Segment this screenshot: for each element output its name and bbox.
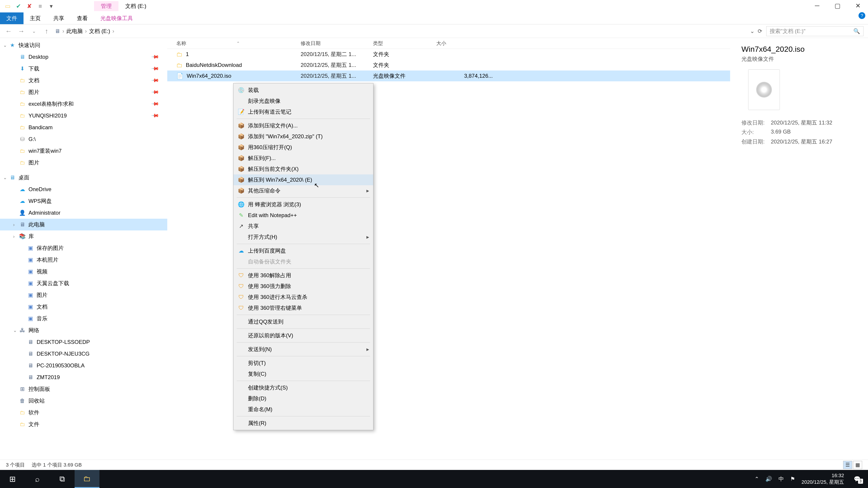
chevron-down-icon[interactable]: ⌄ [3,175,7,180]
refresh-button[interactable]: ⟳ [758,28,762,34]
volume-icon[interactable]: 🔊 [765,476,772,482]
icons-view-button[interactable]: ▦ [853,461,862,469]
context-menu-item[interactable]: 创建快捷方式(S) [234,382,373,393]
chevron-down-icon[interactable]: ⌄ [3,42,7,48]
address-bar[interactable]: 🖥 › 此电脑 › 文档 (E:) › [55,28,746,35]
qat-rename-icon[interactable]: ≡ [36,2,45,11]
column-date[interactable]: 修改日期 [301,40,373,47]
breadcrumb-drive[interactable]: 文档 (E:) [89,28,110,35]
sidebar-quick-access[interactable]: ⌄ ★ 快速访问 [0,39,167,51]
column-size[interactable]: 大小 [436,40,500,47]
file-row[interactable]: 🗀BaiduNetdiskDownload2020/12/25, 星期五 1..… [167,60,730,70]
close-button[interactable]: ✕ [848,0,868,11]
context-menu-item[interactable]: 📦解压到(F)... [234,153,373,164]
ribbon-view-tab[interactable]: 查看 [70,12,94,24]
maximize-button[interactable]: ▢ [827,0,848,11]
sidebar-item[interactable]: 🖥Desktop📌 [0,51,167,63]
context-menu-item[interactable]: 🛡使用 360解除占用 [234,270,373,281]
context-menu-item[interactable]: 重命名(M) [234,404,373,415]
sidebar-item[interactable]: ⬇下载📌 [0,63,167,74]
sidebar-item[interactable]: 🖥DESKTOP-LSSOEDP [0,336,167,348]
ribbon-share-tab[interactable]: 共享 [47,12,70,24]
qat-dropdown-icon[interactable]: ▾ [46,2,56,11]
sidebar-item[interactable]: 🖥PC-20190530OBLA [0,360,167,371]
chevron-down-icon[interactable]: ⌄ [13,328,17,333]
chevron-right-icon[interactable]: › [85,28,87,34]
security-icon[interactable]: ⚑ [790,476,795,482]
context-menu-item[interactable]: 🛡使用 360进行木马云查杀 [234,292,373,302]
sidebar-item[interactable]: 🗀YUNQISHI2019📌 [0,110,167,122]
sidebar-item[interactable]: ▣本机照片 [0,254,167,266]
context-menu-item[interactable]: ✎Edit with Notepad++ [234,210,373,221]
ribbon-disc-tools-tab[interactable]: 光盘映像工具 [94,12,139,24]
sidebar-desktop-root[interactable]: ⌄ 🖥 桌面 [0,172,167,184]
chevron-right-icon[interactable]: › [62,28,64,34]
tray-overflow-icon[interactable]: ⌃ [754,476,759,482]
search-input[interactable]: 搜索"文档 (E:)" 🔍 [766,26,864,36]
context-menu-item[interactable]: 打开方式(H)▸ [234,232,373,242]
sidebar-item[interactable]: 🗀图片 [0,157,167,168]
sidebar-item[interactable]: 🖥DESKTOP-NJEU3CG [0,348,167,360]
sidebar-files[interactable]: 🗀 文件 [0,418,167,430]
sidebar-item[interactable]: 🗀excel表格制作求和📌 [0,98,167,110]
task-view-button[interactable]: ⧉ [50,470,74,488]
sidebar-item[interactable]: 🗀win7重装win7 [0,145,167,157]
sidebar-item[interactable]: 🗀Bandicam [0,122,167,133]
search-button[interactable]: ⌕ [25,470,50,488]
address-dropdown-icon[interactable]: ⌄ [750,28,754,34]
action-center-button[interactable]: 💬 3 [850,473,864,485]
sidebar-item[interactable]: ☁WPS网盘 [0,195,167,207]
sidebar-item[interactable]: ▣天翼云盘下载 [0,278,167,289]
qat-delete-icon[interactable]: ✘ [25,2,34,11]
sidebar-item[interactable]: ▣视频 [0,266,167,278]
sidebar-recycle-bin[interactable]: 🗑 回收站 [0,395,167,407]
sidebar-item[interactable]: 🗀文档📌 [0,74,167,86]
chevron-right-icon[interactable]: › [13,234,15,239]
recent-dropdown-icon[interactable]: ⌄ [30,29,38,34]
sidebar-item[interactable]: 🗀图片📌 [0,86,167,98]
sidebar-item[interactable]: 🖥ZMT2019 [0,371,167,383]
context-menu-item[interactable]: 复制(C) [234,368,373,379]
taskbar-explorer[interactable]: 🗀 [74,470,99,488]
context-menu-item[interactable]: 发送到(N)▸ [234,344,373,355]
sidebar-item[interactable]: ☁OneDrive [0,184,167,195]
up-button[interactable]: ↑ [42,27,51,35]
context-menu-item[interactable]: 🌐用 蜂蜜浏览器 浏览(3) [234,199,373,210]
ribbon-home-tab[interactable]: 主页 [24,12,47,24]
context-menu-item[interactable]: 通过QQ发送到 [234,316,373,327]
help-icon[interactable]: ? [859,12,865,19]
ime-indicator[interactable]: 中 [778,475,784,483]
context-menu-item[interactable]: 刻录光盘映像 [234,96,373,106]
start-button[interactable]: ⊞ [0,470,25,488]
context-menu-item[interactable]: 📦添加到 "Win7x64_2020.zip" (T) [234,131,373,142]
chevron-right-icon[interactable]: › [112,28,114,34]
context-menu-item[interactable]: 还原以前的版本(V) [234,330,373,341]
sidebar-item[interactable]: ›🖥此电脑 [0,219,167,230]
context-menu-item[interactable]: 🛡使用 360强力删除 [234,281,373,292]
sidebar-item[interactable]: ▣保存的图片 [0,242,167,254]
sidebar-item[interactable]: ▣文档 [0,301,167,313]
sidebar-network[interactable]: ⌄ 🖧 网络 [0,324,167,336]
file-row[interactable]: 📄Win7x64_2020.iso2020/12/25, 星期五 1...光盘映… [167,70,730,81]
context-menu-item[interactable]: 📦用360压缩打开(Q) [234,142,373,153]
forward-button[interactable]: → [17,27,25,35]
sidebar-item[interactable]: ▣图片 [0,289,167,301]
search-icon[interactable]: 🔍 [853,28,860,34]
context-menu-item[interactable]: ↗共享 [234,221,373,232]
chevron-right-icon[interactable]: › [13,222,15,227]
context-menu-item[interactable]: 🛡使用 360管理右键菜单 [234,302,373,313]
sidebar-item[interactable]: ⛁G:\ [0,133,167,145]
context-menu-item[interactable]: 删除(D) [234,393,373,404]
context-menu-item[interactable]: 📦解压到 Win7x64_2020\ (E) [234,174,373,185]
ribbon-file-tab[interactable]: 文件 [0,12,24,24]
context-menu-item[interactable]: 属性(R) [234,418,373,429]
column-type[interactable]: 类型 [373,40,436,47]
qat-properties-icon[interactable]: ✔ [14,2,23,11]
breadcrumb-this-pc[interactable]: 此电脑 [66,28,83,35]
context-menu-item[interactable]: 📦其他压缩命令▸ [234,185,373,196]
context-menu-item[interactable]: 📝上传到有道云笔记 [234,106,373,117]
sidebar-item[interactable]: 👤Administrator [0,207,167,219]
sidebar-control-panel[interactable]: ⊞ 控制面板 [0,383,167,395]
context-menu-item[interactable]: 📦添加到压缩文件(A)... [234,120,373,131]
sidebar-software[interactable]: 🗀 软件 [0,407,167,418]
